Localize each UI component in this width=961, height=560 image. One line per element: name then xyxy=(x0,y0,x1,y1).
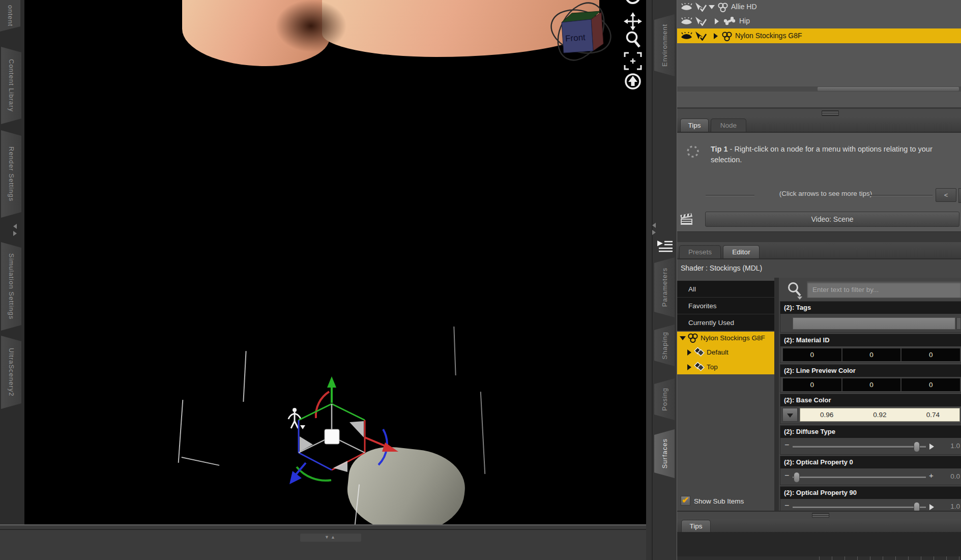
tree-node-top[interactable]: Top xyxy=(677,360,774,374)
pane-options-icon[interactable] xyxy=(656,239,674,254)
material-id-values[interactable]: 0 0 0 xyxy=(783,348,960,361)
splitter-collapse-left-icon[interactable] xyxy=(13,224,17,236)
node-group-icon xyxy=(687,333,699,343)
slider-plus-icon[interactable] xyxy=(929,504,934,510)
slider-plus-icon[interactable]: + xyxy=(929,471,934,480)
surface-icon xyxy=(694,362,705,372)
filter-input[interactable] xyxy=(807,281,961,298)
slider-handle[interactable] xyxy=(794,472,800,483)
slider-value: 0.0 xyxy=(950,473,960,480)
line-preview-color-values[interactable]: 0 0 0 xyxy=(783,378,960,391)
stocking-left-leg xyxy=(203,28,328,397)
scene-scrollbar[interactable] xyxy=(677,86,961,92)
filter-list-currently-used[interactable]: Currently Used xyxy=(677,314,774,331)
expand-caret-icon[interactable] xyxy=(687,364,691,370)
timeline-collapsed-bar: ▼▲ xyxy=(0,524,653,560)
view-cube[interactable]: Front xyxy=(548,1,617,67)
expand-caret-icon[interactable] xyxy=(687,349,691,356)
slider-plus-icon[interactable] xyxy=(929,444,934,450)
scene-node-nylon-stockings[interactable]: Nylon Stockings G8F xyxy=(677,28,961,43)
value-cell[interactable]: 0.74 xyxy=(907,408,959,421)
previous-tip-button[interactable]: < xyxy=(936,188,956,202)
show-sub-items-checkbox[interactable]: ✔ xyxy=(681,496,690,506)
scene-scrollbar-thumb[interactable] xyxy=(818,87,959,91)
orbit-tool-icon[interactable] xyxy=(624,0,642,9)
tab-tips[interactable]: Tips xyxy=(680,119,709,132)
tags-input[interactable] xyxy=(793,317,955,330)
visibility-eye-icon[interactable] xyxy=(681,17,692,25)
pane-splitter[interactable] xyxy=(677,109,961,117)
tab-node[interactable]: Node xyxy=(711,119,746,132)
base-color-values[interactable]: 0.96 0.92 0.74 xyxy=(800,408,960,422)
tab-parameters[interactable]: Parameters xyxy=(654,257,675,317)
optical-property-0-slider[interactable]: − + 0.0 xyxy=(780,470,961,484)
tree-node-default[interactable]: Default xyxy=(677,345,774,360)
pane-collapse-handle[interactable]: ▼▲ xyxy=(300,534,361,542)
property-group-diffuse-type: (2): Diffuse Type − 1.0 xyxy=(780,425,961,455)
diffuse-type-slider[interactable]: − 1.0 xyxy=(780,439,961,454)
value-cell[interactable]: 0.92 xyxy=(853,408,906,421)
tags-edit-button[interactable] xyxy=(956,317,961,330)
translate-gizmo[interactable] xyxy=(282,371,402,493)
slider-track[interactable] xyxy=(793,506,926,509)
splitter-grip[interactable] xyxy=(812,513,829,518)
expand-caret-icon[interactable] xyxy=(680,336,686,340)
expand-caret-icon[interactable] xyxy=(714,33,718,39)
aim-camera-icon[interactable] xyxy=(624,72,642,91)
search-icon[interactable] xyxy=(786,281,803,300)
pan-tool-icon[interactable] xyxy=(624,12,642,31)
visibility-eye-icon[interactable] xyxy=(681,32,692,40)
3d-viewport[interactable]: Front xyxy=(24,0,646,524)
tree-node-nylon-stockings[interactable]: Nylon Stockings G8F xyxy=(677,332,774,345)
shader-label: Shader : Stockings (MDL) xyxy=(681,261,762,275)
tab-surfaces[interactable]: Surfaces xyxy=(654,429,675,478)
tab-environment[interactable]: Environment xyxy=(654,14,675,76)
selectable-pointer-icon[interactable] xyxy=(694,16,707,26)
tab-posing[interactable]: Posing xyxy=(654,378,675,420)
filter-list-favorites[interactable]: Favorites xyxy=(677,298,774,314)
slider-handle[interactable] xyxy=(914,441,920,452)
slider-minus-icon[interactable]: − xyxy=(784,440,789,450)
splitter-grip[interactable] xyxy=(822,110,839,116)
filter-list-all[interactable]: All xyxy=(677,281,774,298)
slider-minus-icon[interactable]: − xyxy=(784,471,789,480)
video-scene-button[interactable]: Video: Scene xyxy=(705,212,959,227)
selectable-pointer-icon[interactable] xyxy=(694,31,707,41)
slider-value: 1.0 xyxy=(950,442,960,450)
bone-icon xyxy=(723,17,736,25)
slider-track[interactable] xyxy=(793,446,926,448)
expand-caret-icon[interactable] xyxy=(715,18,719,24)
slider-minus-icon[interactable]: − xyxy=(784,501,789,510)
value-cell[interactable]: 0 xyxy=(783,348,841,361)
value-cell[interactable]: 0 xyxy=(901,378,960,391)
tab-editor[interactable]: Editor xyxy=(723,245,760,258)
tab-shaping[interactable]: Shaping xyxy=(654,325,675,366)
property-group-material-id: (2): Material ID 0 0 0 xyxy=(780,334,961,363)
splitter-collapse-right-icon[interactable] xyxy=(652,223,656,235)
tab-ultrascenery2[interactable]: UltraScenery2 xyxy=(1,336,21,409)
visibility-eye-icon[interactable] xyxy=(681,3,692,11)
value-cell[interactable]: 0.96 xyxy=(800,408,853,421)
timeline-ruler xyxy=(677,556,961,560)
tab-render-settings[interactable]: Render Settings xyxy=(1,130,21,218)
frame-tool-icon[interactable] xyxy=(624,52,642,70)
value-cell[interactable]: 0 xyxy=(783,378,841,391)
tab-simulation-settings[interactable]: Simulation Settings xyxy=(1,242,21,331)
tab-content-library[interactable]: Content Library xyxy=(1,47,21,124)
value-cell[interactable]: 0 xyxy=(842,348,901,361)
expand-caret-icon[interactable] xyxy=(709,5,715,9)
scene-node-allie[interactable]: Allie HD xyxy=(677,0,961,14)
tab-smart-content[interactable]: ontent xyxy=(0,0,20,32)
pane-splitter-bottom[interactable] xyxy=(677,512,961,519)
tab-tips-bottom[interactable]: Tips xyxy=(681,520,711,532)
value-cell[interactable]: 0 xyxy=(842,378,901,391)
zoom-tool-icon[interactable] xyxy=(624,31,642,51)
next-tip-button[interactable] xyxy=(958,188,961,203)
selectable-pointer-icon[interactable] xyxy=(694,2,707,12)
value-cell[interactable]: 0 xyxy=(901,348,960,361)
scene-node-hip[interactable]: Hip xyxy=(677,14,961,28)
show-sub-items-label: Show Sub Items xyxy=(694,496,744,506)
slider-track[interactable] xyxy=(793,476,926,479)
tab-presets[interactable]: Presets xyxy=(679,245,721,258)
base-color-dropdown-button[interactable] xyxy=(782,408,798,422)
